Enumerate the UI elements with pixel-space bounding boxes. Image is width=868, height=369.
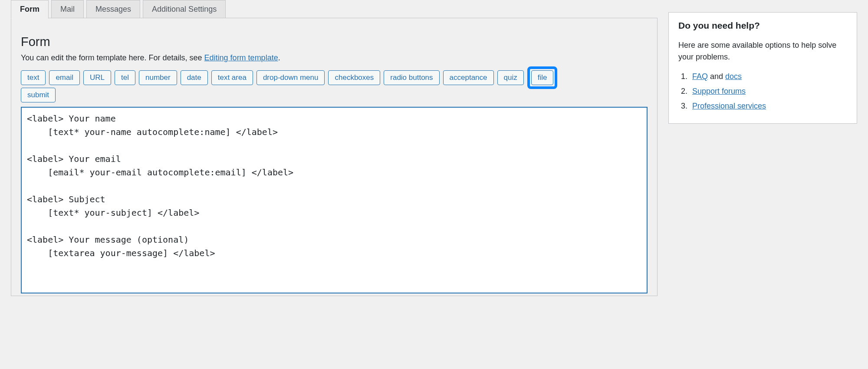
desc-text-prefix: You can edit the form template here. For… <box>21 53 204 62</box>
tag-file-button[interactable]: file <box>531 70 554 85</box>
editing-form-template-link[interactable]: Editing form template <box>204 53 278 62</box>
section-title: Form <box>21 35 648 49</box>
and-text: and <box>708 72 725 81</box>
help-title: Do you need help? <box>678 20 847 31</box>
tab-messages[interactable]: Messages <box>86 0 140 18</box>
tag-url-button[interactable]: URL <box>83 70 111 85</box>
tag-dropdown-button[interactable]: drop-down menu <box>256 70 325 85</box>
tag-radio-button[interactable]: radio buttons <box>384 70 439 85</box>
help-item-forums: Support forums <box>690 84 847 99</box>
file-button-highlight: file <box>527 66 558 89</box>
tag-number-button[interactable]: number <box>139 70 177 85</box>
docs-link[interactable]: docs <box>725 72 742 81</box>
faq-link[interactable]: FAQ <box>692 72 708 81</box>
tag-quiz-button[interactable]: quiz <box>497 70 524 85</box>
tab-form[interactable]: Form <box>11 0 49 19</box>
professional-services-link[interactable]: Professional services <box>692 102 766 110</box>
help-list: FAQ and docs Support forums Professional… <box>678 69 847 114</box>
tag-text-button[interactable]: text <box>21 70 46 85</box>
help-item-faq-docs: FAQ and docs <box>690 69 847 84</box>
tab-mail[interactable]: Mail <box>51 0 84 18</box>
tag-tel-button[interactable]: tel <box>115 70 135 85</box>
help-box: Do you need help? Here are some availabl… <box>668 12 857 124</box>
desc-text-suffix: . <box>278 53 280 62</box>
form-template-textarea[interactable] <box>21 107 648 293</box>
tag-submit-button[interactable]: submit <box>21 88 56 102</box>
tag-generator-row: text email URL tel number date text area… <box>21 70 648 85</box>
tag-date-button[interactable]: date <box>181 70 208 85</box>
support-forums-link[interactable]: Support forums <box>692 87 746 96</box>
tag-textarea-button[interactable]: text area <box>211 70 253 85</box>
tab-additional-settings[interactable]: Additional Settings <box>143 0 226 18</box>
tag-acceptance-button[interactable]: acceptance <box>443 70 494 85</box>
tag-checkboxes-button[interactable]: checkboxes <box>328 70 380 85</box>
section-description: You can edit the form template here. For… <box>21 53 648 63</box>
tag-email-button[interactable]: email <box>49 70 80 85</box>
form-panel: Form You can edit the form template here… <box>11 18 658 296</box>
tab-bar: Form Mail Messages Additional Settings <box>11 0 658 18</box>
help-item-pro: Professional services <box>690 99 847 113</box>
help-intro: Here are some available options to help … <box>678 40 847 63</box>
